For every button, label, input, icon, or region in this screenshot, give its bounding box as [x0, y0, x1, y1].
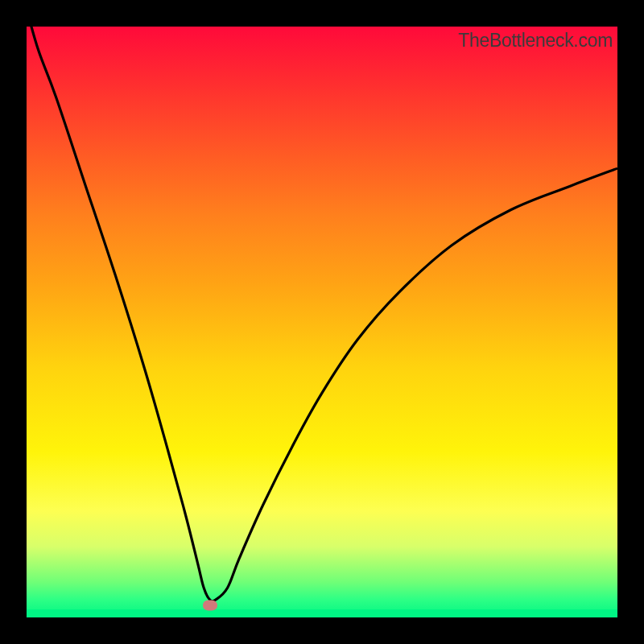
baseline-band: [27, 609, 617, 617]
attribution-label: TheBottleneck.com: [458, 30, 613, 52]
chart-frame: TheBottleneck.com: [0, 0, 644, 644]
plot-area: TheBottleneck.com: [27, 27, 617, 617]
minimum-marker: [203, 601, 217, 611]
bottleneck-curve: [27, 27, 617, 617]
